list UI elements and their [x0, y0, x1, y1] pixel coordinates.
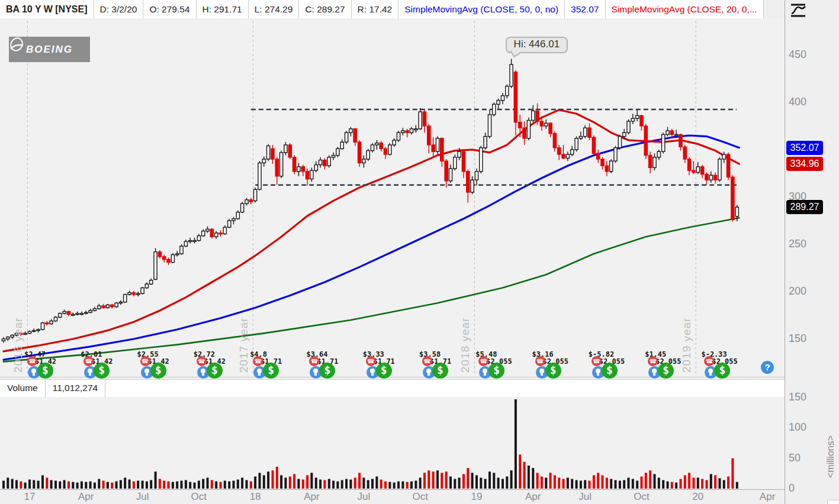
candles-layer[interactable] [2, 59, 738, 343]
toolbar-cell[interactable]: 352.07 [565, 0, 605, 18]
earnings-call-icon[interactable]: ☎ [140, 356, 150, 366]
help-icon[interactable]: ? [761, 361, 774, 374]
candle-body [202, 231, 205, 236]
dividend-dollar-icon[interactable]: $ [432, 363, 448, 379]
volume-bar [263, 475, 265, 489]
volume-chart-canvas[interactable] [0, 397, 785, 489]
volume-bar [33, 480, 35, 489]
candle-body [80, 314, 83, 315]
toolbar-cell[interactable]: O: 279.54 [143, 0, 196, 18]
volume-bar [436, 470, 439, 489]
volume-bar [7, 478, 9, 489]
volume-axis-unit-label: <millions> [825, 407, 836, 478]
candle-body [163, 257, 166, 260]
dividend-dollar-icon[interactable]: $ [150, 363, 166, 379]
dividend-dollar-icon[interactable]: $ [376, 363, 392, 379]
indicator-tool-icon[interactable] [789, 2, 809, 18]
toolbar-cell[interactable]: SimpleMovingAvg (CLOSE, 20, 0,... [606, 0, 764, 18]
volume-bar [81, 482, 83, 489]
candle-body [189, 241, 192, 242]
volume-bar [541, 477, 543, 489]
candle-body [410, 129, 413, 133]
volume-bar [297, 479, 300, 489]
volume-bar [220, 482, 222, 489]
dividend-dollar-icon[interactable]: $ [545, 363, 561, 379]
volume-bar [176, 482, 178, 489]
earnings-call-icon[interactable]: ☎ [366, 356, 376, 366]
candle-body [362, 159, 365, 163]
time-axis[interactable]: 17AprJulOct18AprJulOct19AprJulOct20Apr [0, 490, 785, 504]
dividend-dollar-icon[interactable]: $ [602, 363, 618, 379]
dividend-dollar-icon[interactable]: $ [658, 363, 674, 379]
volume-bar [358, 473, 361, 489]
sma50-line[interactable] [4, 135, 739, 360]
earnings-call-icon[interactable]: ☎ [197, 356, 207, 366]
candle-body [510, 64, 513, 86]
candle-body [393, 140, 396, 145]
time-axis-tick: Jul [578, 491, 592, 503]
volume-bar [602, 475, 604, 489]
volume-bar [24, 483, 27, 489]
dividend-dollar-icon[interactable]: $ [263, 363, 279, 379]
sma200-line[interactable] [4, 218, 739, 361]
dividend-dollar-icon[interactable]: $ [207, 363, 223, 379]
volume-bar [667, 482, 669, 489]
volume-bars-layer[interactable] [2, 399, 738, 489]
candle-body [267, 146, 270, 159]
volume-bar [580, 481, 582, 489]
volume-bar [519, 455, 521, 489]
volume-indicator-label[interactable]: Volume [0, 380, 46, 397]
earnings-call-icon[interactable]: ☎ [253, 356, 263, 366]
toolbar-cell[interactable]: C: 289.27 [299, 0, 351, 18]
candle-body [545, 123, 548, 126]
price-chart-pane[interactable]: BOEING Hi: 446.01 $2.47$1.42☎$$2.01$1.42… [0, 18, 785, 377]
earnings-call-icon[interactable]: ☎ [592, 356, 602, 366]
volume-bar [454, 479, 456, 489]
price-chart-canvas[interactable] [0, 18, 785, 397]
toolbar-cell[interactable]: D: 3/2/20 [94, 0, 144, 18]
charting-app-window: BA 10 Y W [NYSE]D: 3/2/20O: 279.54H: 291… [0, 0, 839, 504]
candle-body [284, 145, 287, 153]
volume-bar [701, 479, 703, 489]
volume-bar [41, 475, 44, 489]
candle-body [301, 167, 304, 172]
volume-bar [693, 478, 695, 489]
volume-bar [128, 480, 131, 489]
earnings-call-icon[interactable]: ☎ [27, 356, 37, 366]
symbol-timeframe-cell[interactable]: BA 10 Y W [NYSE] [0, 0, 94, 18]
volume-bar [597, 473, 599, 489]
candle-body [371, 145, 374, 151]
price-axis[interactable]: <millions> 450400350300250200150352.0733… [785, 0, 839, 504]
candle-body [701, 167, 704, 175]
candle-body [471, 180, 474, 192]
volume-bar [706, 480, 708, 489]
toolbar-cell[interactable]: H: 291.71 [197, 0, 249, 18]
price-axis-tick: 250 [789, 238, 806, 250]
volume-chart-pane[interactable] [0, 397, 785, 490]
toolbar-cell[interactable]: L: 274.29 [249, 0, 300, 18]
volume-bar [558, 478, 560, 489]
candle-body [288, 145, 291, 157]
toolbar-cell[interactable]: R: 17.42 [352, 0, 399, 18]
volume-bar [115, 482, 118, 489]
volume-bar [250, 482, 252, 489]
candle-body [336, 148, 339, 155]
volume-bar [272, 470, 274, 489]
price-axis-tick: 150 [789, 332, 806, 345]
volume-bar [63, 480, 66, 489]
volume-bar [367, 480, 369, 489]
dividend-dollar-icon[interactable]: $ [37, 363, 53, 379]
candle-body [566, 154, 569, 158]
volume-bar [462, 474, 465, 489]
earnings-call-icon[interactable]: ☎ [422, 356, 432, 366]
candle-body [319, 160, 322, 165]
volume-bar [94, 483, 96, 489]
toolbar-cell[interactable]: SimpleMovingAvg (CLOSE, 50, 0, no) [398, 0, 565, 18]
volume-bar [155, 471, 157, 489]
candle-body [480, 148, 483, 172]
earnings-call-icon[interactable]: ☎ [535, 356, 545, 366]
volume-bar [528, 466, 530, 489]
candle-body [605, 166, 608, 172]
candle-body [145, 284, 148, 287]
volume-bar [362, 478, 365, 489]
